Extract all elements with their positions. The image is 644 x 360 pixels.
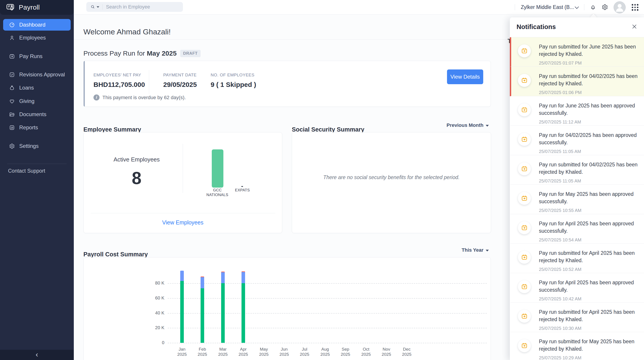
- sidebar-item-settings[interactable]: Settings: [3, 140, 71, 152]
- bar-segment-red: [221, 272, 225, 272]
- bell-icon[interactable]: [590, 4, 596, 10]
- y-axis-tick: 20 K: [133, 325, 164, 330]
- notification-body: Pay run submitted for June 2025 has been…: [539, 43, 640, 67]
- x-axis-label: Jan2025: [172, 347, 192, 357]
- chevron-down-icon[interactable]: [575, 5, 579, 9]
- gear-icon[interactable]: [602, 4, 608, 10]
- x-axis-label: Jul2025: [294, 347, 315, 357]
- social-security-card: There are no social security benefits fo…: [292, 132, 491, 233]
- notification-item[interactable]: Pay run submitted for April 2025 has bee…: [510, 244, 644, 273]
- sidebar-collapse-bar: ‹: [0, 350, 74, 360]
- close-icon[interactable]: [631, 23, 638, 30]
- sidebar-item-documents[interactable]: Documents: [3, 109, 71, 120]
- sidebar-item-reports[interactable]: Reports: [3, 122, 71, 133]
- payrun-icon: [518, 103, 531, 116]
- sidebar-divider: [7, 164, 67, 164]
- caret-down-icon: [486, 125, 489, 127]
- notification-timestamp: 25/07/2025 01:07 PM: [539, 60, 640, 66]
- sidebar-item-pay-runs[interactable]: Pay Runs: [3, 50, 71, 62]
- view-employees-link[interactable]: View Employees: [84, 219, 282, 226]
- this-year-dropdown[interactable]: This Year: [445, 247, 489, 253]
- payrun-card-accent: [84, 61, 85, 107]
- search-input[interactable]: Search in Employee: [86, 2, 183, 12]
- notifications-panel: Notifications Pay run submitted for June…: [510, 17, 644, 360]
- topbar-divider: [515, 4, 515, 10]
- notification-item[interactable]: Pay run for April 2025 has been approved…: [510, 214, 644, 244]
- notification-text: Pay run submitted for 04/02/2025 has bee…: [539, 73, 640, 87]
- payrun-icon: [518, 310, 531, 323]
- sidebar-item-label: Revisions Approval: [19, 71, 65, 78]
- payroll-logo-icon: [6, 3, 15, 12]
- sidebar-item-label: Settings: [19, 143, 39, 149]
- notification-item[interactable]: Pay run for June 2025 has been approved …: [510, 96, 644, 126]
- gridline: [168, 343, 487, 343]
- empty-state-text: There are no social security benefits fo…: [301, 175, 482, 180]
- sidebar-item-giving[interactable]: Giving: [3, 95, 71, 107]
- notification-text: Pay run submitted for April 2025 has bee…: [539, 308, 640, 323]
- notification-item[interactable]: Pay run submitted for April 2025 has bee…: [510, 303, 644, 332]
- search-divider: [102, 4, 103, 9]
- payruns-icon: [3, 53, 15, 59]
- bar-segment-blue: [200, 277, 204, 288]
- person-silhouette-icon: [614, 1, 626, 13]
- gridline: [168, 328, 487, 328]
- notification-item[interactable]: Pay run submitted for June 2025 has been…: [510, 37, 644, 67]
- y-axis-tick: 40 K: [133, 310, 164, 316]
- notification-item[interactable]: Pay run submitted for May 2025 has been …: [510, 332, 644, 360]
- sidebar-item-contact-support[interactable]: Contact Support: [8, 168, 45, 174]
- notification-item[interactable]: Pay run for May 2025 has been approved s…: [510, 185, 644, 214]
- sidebar-item-revisions-approval[interactable]: Revisions Approval: [3, 69, 71, 80]
- y-axis-tick: 80 K: [133, 281, 164, 286]
- notification-timestamp: 25/07/2025 11:05 AM: [539, 149, 640, 154]
- payrun-icon: [518, 280, 531, 293]
- x-axis-label: Oct2025: [356, 347, 376, 357]
- bar-segment-green: [200, 288, 204, 343]
- employee-summary-card: Active Employees 8 GCC NATIONALS EXPATS …: [84, 132, 282, 233]
- y-axis-tick: 0: [133, 340, 164, 345]
- expats-zero-bar: [241, 186, 243, 187]
- sidebar-item-loans[interactable]: Loans: [3, 82, 71, 94]
- payrun-icon: [518, 162, 531, 175]
- sidebar-item-employees[interactable]: Employees: [3, 32, 71, 43]
- notification-text: Pay run for June 2025 has been approved …: [539, 102, 640, 117]
- collapse-chevron-icon[interactable]: ‹: [36, 351, 38, 358]
- view-details-button[interactable]: View Details: [447, 69, 483, 84]
- bar-segment-green: [180, 281, 184, 343]
- notification-item[interactable]: Pay run for 04/02/2025 has been approved…: [510, 126, 644, 155]
- sidebar-item-label: Loans: [19, 85, 34, 91]
- search-scope-caret-icon[interactable]: [96, 6, 99, 8]
- sidebar-item-dashboard[interactable]: Dashboard: [3, 19, 71, 31]
- payrun-icon: [518, 251, 531, 264]
- notification-item[interactable]: Pay run submitted for 04/02/2025 has bee…: [510, 155, 644, 185]
- info-icon: i: [94, 94, 100, 101]
- notifications-list: Pay run submitted for June 2025 has been…: [510, 37, 644, 360]
- search-icon: [90, 4, 95, 9]
- stat-net-pay: EMPLOYEES' NET PAY BHD112,705.000: [94, 73, 145, 88]
- notification-timestamp: 25/07/2025 10:42 AM: [539, 296, 640, 302]
- overdue-note-row: i This payment is overdue by 62 day(s).: [94, 94, 186, 101]
- notification-item[interactable]: Pay run submitted for 04/02/2025 has bee…: [510, 67, 644, 96]
- notification-text: Pay run submitted for 04/02/2025 has bee…: [539, 161, 640, 176]
- avatar[interactable]: [614, 1, 626, 13]
- topbar-divider: [584, 4, 584, 10]
- org-selector[interactable]: Zylker Middle East (B...: [521, 0, 574, 14]
- bar-segment-green: [242, 283, 245, 343]
- sidebar-item-label: Documents: [19, 111, 46, 118]
- bar-segment-green: [221, 283, 225, 343]
- sidebar-item-label: Employees: [19, 35, 46, 41]
- gridline: [168, 298, 487, 299]
- x-axis-label: Aug2025: [315, 347, 336, 357]
- notification-body: Pay run submitted for April 2025 has bee…: [539, 308, 640, 332]
- notification-text: Pay run for April 2025 has been approved…: [539, 279, 640, 294]
- stat-employee-count: NO. OF EMPLOYEES 9 ( 1 Skipped ): [211, 73, 256, 88]
- apps-grid-icon[interactable]: [632, 4, 638, 11]
- divider: [91, 213, 275, 213]
- loans-icon: [3, 85, 15, 91]
- x-axis-label: Jun2025: [274, 347, 294, 357]
- notification-item[interactable]: Pay run for April 2025 has been approved…: [510, 273, 644, 303]
- payrun-icon: [518, 339, 531, 352]
- payrun-card: EMPLOYEES' NET PAY BHD112,705.000 PAYMEN…: [84, 61, 491, 107]
- previous-month-dropdown[interactable]: Previous Month: [422, 122, 489, 128]
- payroll-dashboard-page: Payroll DashboardEmployeesPay RunsRevisi…: [0, 0, 644, 360]
- notification-body: Pay run for June 2025 has been approved …: [539, 102, 640, 126]
